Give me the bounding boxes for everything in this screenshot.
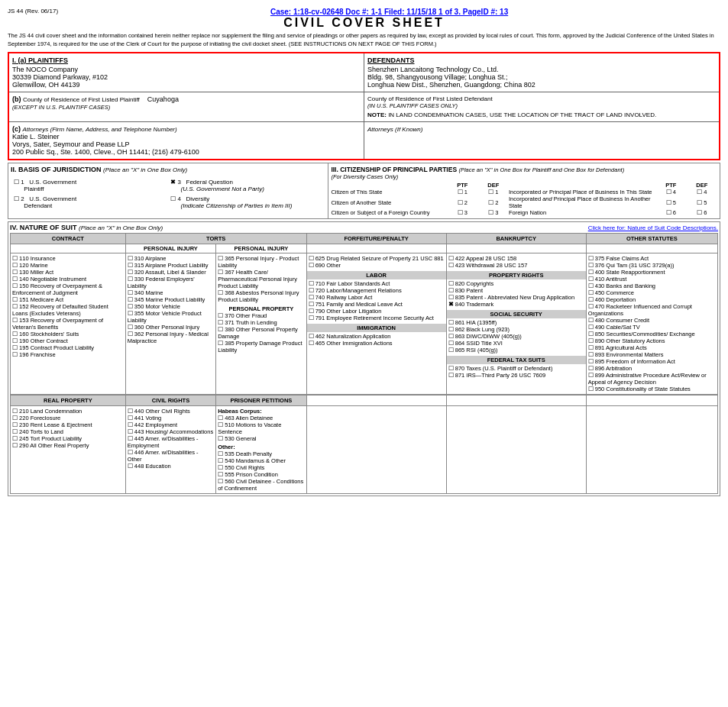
ptf-1[interactable]: ☐ 1: [447, 189, 477, 195]
torts-pp-item[interactable]: ☐ 385 Property Damage Product Liability: [218, 340, 304, 354]
other-stat-item[interactable]: ☐ 899 Administrative Procedure Act/Revie…: [588, 372, 716, 386]
real-prop-item[interactable]: ☐ 245 Tort Product Liability: [12, 435, 124, 442]
torts-pp-item[interactable]: ☐ 371 Truth in Lending: [218, 319, 304, 326]
immigration-item[interactable]: ☐ 465 Other Immigration Actions: [309, 340, 445, 347]
contract-item[interactable]: ☐ 190 Other Contract: [12, 337, 124, 344]
prisoner-item[interactable]: ☐ 540 Mandamus & Other: [218, 457, 304, 464]
tax-item[interactable]: ☐ 871 IRS—Third Party 26 USC 7609: [448, 372, 584, 379]
torts-pp-item[interactable]: ☐ 365 Personal Injury - Product Liabilit…: [218, 255, 304, 269]
contract-item[interactable]: ☐ 151 Medicare Act: [12, 296, 124, 303]
ptf-6[interactable]: ☐ 6: [655, 209, 686, 216]
tax-item[interactable]: ☐ 870 Taxes (U.S. Plaintiff or Defendant…: [448, 365, 584, 372]
def-5[interactable]: ☐ 5: [687, 195, 717, 209]
ptf-5[interactable]: ☐ 5: [655, 195, 686, 209]
forfeit-item[interactable]: ☐ 625 Drug Related Seizure of Property 2…: [309, 255, 445, 262]
ptf-3[interactable]: ☐ 3: [447, 209, 477, 216]
torts-pi-item[interactable]: ☐ 330 Federal Employers' Liability: [128, 276, 214, 289]
civil-rights-item[interactable]: ☐ 440 Other Civil Rights: [128, 408, 214, 415]
other-stat-item[interactable]: ☐ 430 Banks and Banking: [588, 282, 716, 289]
other-stat-item[interactable]: ☐ 850 Securities/Commodities/ Exchange: [588, 331, 716, 337]
torts-pp-item[interactable]: ☐ 368 Asbestos Personal Injury Product L…: [218, 289, 304, 303]
prisoner-item[interactable]: ☐ 463 Alien Detainee: [218, 415, 304, 421]
prop-item[interactable]: ☐ 830 Patent: [448, 287, 584, 294]
other-stat-item[interactable]: ☐ 375 False Claims Act: [588, 255, 716, 262]
civil-rights-item[interactable]: ☐ 446 Amer. w/Disabilities - Other: [128, 449, 214, 463]
torts-pi-item[interactable]: ☐ 345 Marine Product Liability: [128, 296, 214, 303]
other-stat-item[interactable]: ☐ 490 Cable/Sat TV: [588, 324, 716, 331]
other-stat-item[interactable]: ☐ 480 Consumer Credit: [588, 317, 716, 324]
contract-item[interactable]: ☐ 195 Contract Product Liability: [12, 344, 124, 351]
jx-option-4[interactable]: ☐ 4 Diversity (Indicate Citizenship of P…: [170, 195, 322, 209]
labor-item[interactable]: ☐ 710 Fair Labor Standards Act: [309, 280, 445, 287]
contract-item[interactable]: ☐ 160 Stockholders' Suits: [12, 331, 124, 337]
torts-pi-item[interactable]: ☐ 350 Motor Vehicle: [128, 303, 214, 310]
ss-item[interactable]: ☐ 861 HIA (1395ff): [448, 319, 584, 326]
other-stat-item[interactable]: ☐ 891 Agricultural Acts: [588, 344, 716, 351]
torts-pp-item[interactable]: ☐ 367 Health Care/ Pharmaceutical Person…: [218, 269, 304, 289]
contract-item[interactable]: ☐ 152 Recovery of Defaulted Student Loan…: [12, 303, 124, 317]
def-3[interactable]: ☐ 3: [478, 209, 509, 216]
prisoner-item[interactable]: ☐ 550 Civil Rights: [218, 464, 304, 471]
other-stat-item[interactable]: ☐ 376 Qui Tam (31 USC 3729(a)): [588, 262, 716, 269]
jx-option-3[interactable]: ✖ 3 Federal Question (U.S. Government No…: [170, 179, 322, 192]
contract-item[interactable]: ☐ 153 Recovery of Overpayment of Veteran…: [12, 317, 124, 331]
other-stat-item[interactable]: ☐ 450 Commerce: [588, 289, 716, 296]
ss-item[interactable]: ☐ 864 SSID Title XVI: [448, 340, 584, 347]
civil-rights-item[interactable]: ☐ 443 Housing/ Accommodations: [128, 428, 214, 435]
contract-item[interactable]: ☐ 110 Insurance: [12, 255, 124, 262]
prisoner-item[interactable]: ☐ 535 Death Penalty: [218, 450, 304, 457]
other-stat-item[interactable]: ☐ 893 Environmental Matters: [588, 351, 716, 358]
torts-pi-item[interactable]: ☐ 362 Personal Injury - Medical Malpract…: [128, 331, 214, 344]
real-prop-item[interactable]: ☐ 210 Land Condemnation: [12, 408, 124, 415]
torts-pi-item[interactable]: ☐ 355 Motor Vehicle Product Liability: [128, 310, 214, 324]
ptf-4[interactable]: ☐ 4: [655, 189, 686, 195]
jx-option-1[interactable]: ☐ 1 U.S. Government Plaintiff: [14, 179, 166, 192]
real-prop-item[interactable]: ☐ 220 Foreclosure: [12, 415, 124, 421]
other-stat-item[interactable]: ☐ 470 Racketeer Influenced and Corrupt O…: [588, 303, 716, 317]
civil-rights-item[interactable]: ☐ 445 Amer. w/Disabilities - Employment: [128, 435, 214, 449]
prisoner-item[interactable]: ☐ 530 General: [218, 435, 304, 442]
civil-rights-item[interactable]: ☐ 448 Education: [128, 463, 214, 470]
other-stat-item[interactable]: ☐ 410 Antitrust: [588, 276, 716, 282]
contract-item[interactable]: ☐ 150 Recovery of Overpayment & Enforcem…: [12, 282, 124, 296]
def-6[interactable]: ☐ 6: [687, 209, 717, 216]
bankruptcy-item[interactable]: ☐ 422 Appeal 28 USC 158: [448, 255, 584, 262]
civil-rights-item[interactable]: ☐ 441 Voting: [128, 415, 214, 421]
ptf-2[interactable]: ☐ 2: [447, 195, 477, 209]
def-2[interactable]: ☐ 2: [478, 195, 509, 209]
other-stat-item[interactable]: ☐ 895 Freedom of Information Act: [588, 358, 716, 365]
prop-item[interactable]: ✖ 840 Trademark: [448, 301, 584, 308]
prisoner-item[interactable]: ☐ 555 Prison Condition: [218, 471, 304, 478]
real-prop-item[interactable]: ☐ 290 All Other Real Property: [12, 442, 124, 449]
torts-pi-item[interactable]: ☐ 310 Airplane: [128, 255, 214, 262]
labor-item[interactable]: ☐ 751 Family and Medical Leave Act: [309, 301, 445, 308]
contract-item[interactable]: ☐ 196 Franchise: [12, 351, 124, 358]
labor-item[interactable]: ☐ 790 Other Labor Litigation: [309, 308, 445, 315]
torts-pi-item[interactable]: ☐ 320 Assault, Libel & Slander: [128, 269, 214, 276]
forfeit-item[interactable]: ☐ 690 Other: [309, 262, 445, 269]
suit-code-link[interactable]: Click here for: Nature of Suit Code Desc…: [588, 224, 718, 231]
torts-pp-item[interactable]: ☐ 380 Other Personal Property Damage: [218, 326, 304, 340]
bankruptcy-item[interactable]: ☐ 423 Withdrawal 28 USC 157: [448, 262, 584, 269]
contract-item[interactable]: ☐ 140 Negotiable Instrument: [12, 276, 124, 282]
real-prop-item[interactable]: ☐ 230 Rent Lease & Ejectment: [12, 421, 124, 428]
prop-item[interactable]: ☐ 820 Copyrights: [448, 280, 584, 287]
contract-item[interactable]: ☐ 130 Miller Act: [12, 269, 124, 276]
prop-item[interactable]: ☐ 835 Patent - Abbreviated New Drug Appl…: [448, 294, 584, 301]
contract-item[interactable]: ☐ 120 Marine: [12, 262, 124, 269]
torts-pi-item[interactable]: ☐ 315 Airplane Product Liability: [128, 262, 214, 269]
real-prop-item[interactable]: ☐ 240 Torts to Land: [12, 428, 124, 435]
torts-pi-item[interactable]: ☐ 340 Marine: [128, 289, 214, 296]
torts-pi-item[interactable]: ☐ 360 Other Personal Injury: [128, 324, 214, 331]
ss-item[interactable]: ☐ 862 Black Lung (923): [448, 326, 584, 333]
prisoner-item[interactable]: ☐ 510 Motions to Vacate Sentence: [218, 421, 304, 435]
jx-option-2[interactable]: ☐ 2 U.S. Government Defendant: [14, 195, 166, 209]
torts-pp-item[interactable]: ☐ 370 Other Fraud: [218, 312, 304, 319]
other-stat-item[interactable]: ☐ 890 Other Statutory Actions: [588, 337, 716, 344]
labor-item[interactable]: ☐ 720 Labor/Management Relations: [309, 287, 445, 294]
def-1[interactable]: ☐ 1: [478, 189, 509, 195]
civil-rights-item[interactable]: ☐ 442 Employment: [128, 421, 214, 428]
other-stat-item[interactable]: ☐ 896 Arbitration: [588, 365, 716, 372]
ss-item[interactable]: ☐ 865 RSI (405(g)): [448, 347, 584, 354]
other-stat-item[interactable]: ☐ 400 State Reapportionment: [588, 269, 716, 276]
